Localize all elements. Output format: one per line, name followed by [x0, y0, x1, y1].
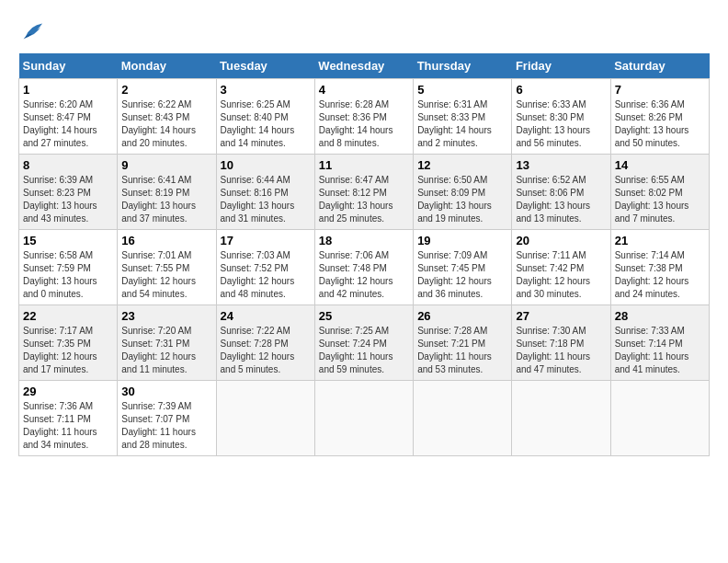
calendar-cell: 25 Sunrise: 7:25 AM Sunset: 7:24 PM Dayl…: [314, 305, 413, 381]
day-info: Sunrise: 6:47 AM Sunset: 8:12 PM Dayligh…: [319, 174, 409, 225]
day-info: Sunrise: 6:33 AM Sunset: 8:30 PM Dayligh…: [516, 98, 606, 150]
day-number: 23: [121, 309, 211, 323]
calendar-cell: 20 Sunrise: 7:11 AM Sunset: 7:42 PM Dayl…: [512, 230, 610, 305]
day-number: 7: [615, 83, 705, 97]
day-number: 18: [319, 234, 409, 247]
day-info: Sunrise: 7:17 AM Sunset: 7:35 PM Dayligh…: [23, 325, 113, 376]
calendar-header-row: SundayMondayTuesdayWednesdayThursdayFrid…: [19, 53, 710, 79]
day-number: 17: [221, 234, 311, 247]
day-info: Sunrise: 7:09 AM Sunset: 7:45 PM Dayligh…: [417, 249, 507, 301]
day-number: 28: [615, 309, 705, 323]
calendar-cell: 15 Sunrise: 6:58 AM Sunset: 7:59 PM Dayl…: [19, 230, 118, 305]
header: [18, 18, 710, 44]
logo: [18, 18, 48, 44]
calendar-cell: 5 Sunrise: 6:31 AM Sunset: 8:33 PM Dayli…: [414, 79, 512, 155]
day-number: 9: [121, 158, 211, 172]
day-number: 21: [615, 234, 705, 247]
calendar-week-row: 22 Sunrise: 7:17 AM Sunset: 7:35 PM Dayl…: [19, 305, 710, 381]
column-header-wednesday: Wednesday: [314, 53, 413, 79]
day-info: Sunrise: 6:28 AM Sunset: 8:36 PM Dayligh…: [319, 98, 409, 150]
day-info: Sunrise: 6:41 AM Sunset: 8:19 PM Dayligh…: [121, 174, 211, 225]
day-number: 1: [23, 83, 113, 97]
calendar-cell: [610, 381, 709, 456]
calendar-cell: 16 Sunrise: 7:01 AM Sunset: 7:55 PM Dayl…: [118, 230, 216, 305]
day-number: 8: [23, 158, 113, 172]
day-number: 4: [319, 83, 409, 97]
day-info: Sunrise: 6:39 AM Sunset: 8:23 PM Dayligh…: [23, 174, 113, 225]
day-number: 22: [23, 309, 113, 323]
column-header-thursday: Thursday: [414, 53, 512, 79]
day-info: Sunrise: 6:22 AM Sunset: 8:43 PM Dayligh…: [121, 98, 211, 150]
calendar-cell: 17 Sunrise: 7:03 AM Sunset: 7:52 PM Dayl…: [216, 230, 314, 305]
calendar-cell: 27 Sunrise: 7:30 AM Sunset: 7:18 PM Dayl…: [512, 305, 610, 381]
day-info: Sunrise: 6:50 AM Sunset: 8:09 PM Dayligh…: [417, 174, 507, 225]
calendar-cell: 6 Sunrise: 6:33 AM Sunset: 8:30 PM Dayli…: [512, 79, 610, 155]
calendar-cell: 29 Sunrise: 7:36 AM Sunset: 7:11 PM Dayl…: [19, 381, 118, 456]
calendar-table: SundayMondayTuesdayWednesdayThursdayFrid…: [18, 53, 710, 456]
day-info: Sunrise: 7:06 AM Sunset: 7:48 PM Dayligh…: [319, 249, 409, 301]
day-number: 10: [221, 158, 311, 172]
day-info: Sunrise: 7:01 AM Sunset: 7:55 PM Dayligh…: [121, 249, 211, 301]
calendar-cell: 21 Sunrise: 7:14 AM Sunset: 7:38 PM Dayl…: [610, 230, 709, 305]
day-info: Sunrise: 7:22 AM Sunset: 7:28 PM Dayligh…: [221, 325, 311, 376]
day-info: Sunrise: 7:14 AM Sunset: 7:38 PM Dayligh…: [615, 249, 705, 301]
calendar-cell: 2 Sunrise: 6:22 AM Sunset: 8:43 PM Dayli…: [118, 79, 216, 155]
column-header-friday: Friday: [512, 53, 610, 79]
day-info: Sunrise: 7:25 AM Sunset: 7:24 PM Dayligh…: [319, 325, 409, 376]
day-info: Sunrise: 6:20 AM Sunset: 8:47 PM Dayligh…: [23, 98, 113, 150]
day-info: Sunrise: 6:44 AM Sunset: 8:16 PM Dayligh…: [221, 174, 311, 225]
day-info: Sunrise: 7:33 AM Sunset: 7:14 PM Dayligh…: [615, 325, 705, 376]
day-info: Sunrise: 7:39 AM Sunset: 7:07 PM Dayligh…: [121, 400, 211, 452]
calendar-cell: [414, 381, 512, 456]
column-header-saturday: Saturday: [610, 53, 709, 79]
calendar-cell: 8 Sunrise: 6:39 AM Sunset: 8:23 PM Dayli…: [19, 155, 118, 230]
calendar-cell: 19 Sunrise: 7:09 AM Sunset: 7:45 PM Dayl…: [414, 230, 512, 305]
day-number: 2: [121, 83, 211, 97]
calendar-cell: 18 Sunrise: 7:06 AM Sunset: 7:48 PM Dayl…: [314, 230, 413, 305]
calendar-week-row: 8 Sunrise: 6:39 AM Sunset: 8:23 PM Dayli…: [19, 155, 710, 230]
calendar-cell: 11 Sunrise: 6:47 AM Sunset: 8:12 PM Dayl…: [314, 155, 413, 230]
column-header-monday: Monday: [118, 53, 216, 79]
calendar-week-row: 1 Sunrise: 6:20 AM Sunset: 8:47 PM Dayli…: [19, 79, 710, 155]
calendar-cell: 3 Sunrise: 6:25 AM Sunset: 8:40 PM Dayli…: [216, 79, 314, 155]
day-number: 15: [23, 234, 113, 247]
calendar-cell: 13 Sunrise: 6:52 AM Sunset: 8:06 PM Dayl…: [512, 155, 610, 230]
day-number: 11: [319, 158, 409, 172]
calendar-cell: 4 Sunrise: 6:28 AM Sunset: 8:36 PM Dayli…: [314, 79, 413, 155]
day-number: 5: [417, 83, 507, 97]
calendar-cell: 9 Sunrise: 6:41 AM Sunset: 8:19 PM Dayli…: [118, 155, 216, 230]
day-number: 27: [516, 309, 606, 323]
day-number: 25: [319, 309, 409, 323]
logo-icon: [18, 18, 44, 44]
day-number: 3: [221, 83, 311, 97]
day-info: Sunrise: 7:36 AM Sunset: 7:11 PM Dayligh…: [23, 400, 113, 452]
calendar-cell: 24 Sunrise: 7:22 AM Sunset: 7:28 PM Dayl…: [216, 305, 314, 381]
day-info: Sunrise: 6:58 AM Sunset: 7:59 PM Dayligh…: [23, 249, 113, 301]
day-info: Sunrise: 7:20 AM Sunset: 7:31 PM Dayligh…: [121, 325, 211, 376]
column-header-tuesday: Tuesday: [216, 53, 314, 79]
day-info: Sunrise: 7:30 AM Sunset: 7:18 PM Dayligh…: [516, 325, 606, 376]
calendar-week-row: 29 Sunrise: 7:36 AM Sunset: 7:11 PM Dayl…: [19, 381, 710, 456]
calendar-cell: 28 Sunrise: 7:33 AM Sunset: 7:14 PM Dayl…: [610, 305, 709, 381]
day-number: 14: [615, 158, 705, 172]
day-number: 30: [121, 385, 211, 398]
calendar-cell: 14 Sunrise: 6:55 AM Sunset: 8:02 PM Dayl…: [610, 155, 709, 230]
calendar-cell: 22 Sunrise: 7:17 AM Sunset: 7:35 PM Dayl…: [19, 305, 118, 381]
calendar-cell: [216, 381, 314, 456]
day-info: Sunrise: 7:11 AM Sunset: 7:42 PM Dayligh…: [516, 249, 606, 301]
calendar-cell: [512, 381, 610, 456]
calendar-cell: 7 Sunrise: 6:36 AM Sunset: 8:26 PM Dayli…: [610, 79, 709, 155]
day-info: Sunrise: 7:28 AM Sunset: 7:21 PM Dayligh…: [417, 325, 507, 376]
calendar-cell: [314, 381, 413, 456]
calendar-cell: 12 Sunrise: 6:50 AM Sunset: 8:09 PM Dayl…: [414, 155, 512, 230]
day-info: Sunrise: 6:55 AM Sunset: 8:02 PM Dayligh…: [615, 174, 705, 225]
day-info: Sunrise: 6:52 AM Sunset: 8:06 PM Dayligh…: [516, 174, 606, 225]
day-number: 29: [23, 385, 113, 398]
day-info: Sunrise: 6:25 AM Sunset: 8:40 PM Dayligh…: [221, 98, 311, 150]
day-number: 26: [417, 309, 507, 323]
day-number: 16: [121, 234, 211, 247]
day-number: 19: [417, 234, 507, 247]
day-number: 13: [516, 158, 606, 172]
day-number: 20: [516, 234, 606, 247]
calendar-cell: 30 Sunrise: 7:39 AM Sunset: 7:07 PM Dayl…: [118, 381, 216, 456]
